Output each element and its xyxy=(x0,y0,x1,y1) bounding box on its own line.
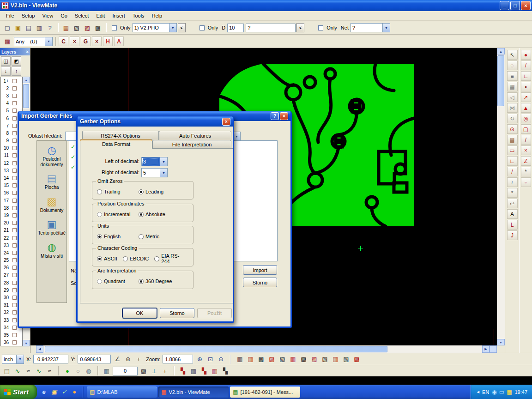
measure-icon[interactable]: ∠ xyxy=(112,354,122,364)
only-layer-checkbox[interactable] xyxy=(112,25,117,30)
tray-alert-icon[interactable]: ▦ xyxy=(507,389,512,395)
menu-item[interactable]: Select xyxy=(71,12,93,19)
corner-route-icon[interactable]: ∟ xyxy=(507,156,518,166)
folder-qlaunch-icon[interactable]: ▣ xyxy=(50,388,58,396)
layer-visibility-checkbox[interactable] xyxy=(12,101,17,105)
pad-pattern-icon-2[interactable]: ▦ xyxy=(188,366,199,376)
layer-row[interactable]: 4 xyxy=(1,100,22,107)
layer-down-icon[interactable]: ↓ xyxy=(1,66,11,76)
chevron-down-icon[interactable] xyxy=(160,169,167,177)
layer-visibility-checkbox[interactable] xyxy=(12,206,17,210)
dcode-query-input[interactable]: ? xyxy=(246,24,296,32)
group-mode-icon[interactable]: G xyxy=(81,36,91,46)
layer-visibility-checkbox[interactable] xyxy=(12,258,17,262)
anchor-mode-icon[interactable]: A xyxy=(114,36,124,46)
scroll-extra-button[interactable] xyxy=(490,345,497,353)
grid-icon-12[interactable]: ▩ xyxy=(351,354,362,364)
scroll-left-icon[interactable]: ◀ xyxy=(36,345,43,353)
anchor-icon-2[interactable]: + xyxy=(160,366,170,376)
scroll-up-icon[interactable]: ▲ xyxy=(23,77,30,83)
layer-visibility-checkbox[interactable] xyxy=(12,176,17,180)
radio-option[interactable]: Absolute xyxy=(139,212,165,217)
radio-option[interactable]: Leading xyxy=(139,189,163,194)
place-network[interactable]: ◍ Místa v síti xyxy=(37,242,66,259)
dcode-grid-icon-1[interactable]: ▦ xyxy=(61,23,71,33)
layer-visibility-checkbox[interactable] xyxy=(12,281,17,285)
layer-visibility-checkbox[interactable] xyxy=(12,340,17,345)
import-cancel-button[interactable]: Storno xyxy=(243,278,277,287)
j-hook-icon[interactable]: J xyxy=(507,230,518,240)
task-viewmate[interactable]: ▦ V2.bin - ViewMate xyxy=(158,387,229,398)
chevron-down-icon[interactable] xyxy=(45,37,52,46)
grid-icon-2[interactable]: ▦ xyxy=(245,354,255,364)
menu-item[interactable]: Tools xyxy=(129,12,148,19)
select-cursor-icon[interactable]: ↖ xyxy=(507,50,518,60)
layer-visibility-checkbox[interactable] xyxy=(12,161,17,165)
led-icon[interactable]: ● xyxy=(62,366,73,376)
minimize-button[interactable]: _ xyxy=(500,1,509,10)
layer-visibility-checkbox[interactable] xyxy=(12,191,17,195)
only-dcode-checkbox[interactable] xyxy=(200,25,205,30)
layer-prev-button[interactable]: < xyxy=(178,23,186,32)
place-desktop[interactable]: ▤ Plocha xyxy=(37,174,66,190)
language-indicator[interactable]: EN xyxy=(482,389,489,395)
grid-icon-11[interactable]: ▧ xyxy=(341,354,351,364)
target-aperture-icon[interactable]: ◎ xyxy=(521,114,531,123)
swap-mode-icon-2[interactable]: × xyxy=(92,36,102,46)
radio-option[interactable]: EIA RS-244 xyxy=(154,253,187,264)
dcode-count-field[interactable]: 0 xyxy=(113,367,138,375)
pad-pattern-icon-3[interactable]: ▚ xyxy=(199,366,209,376)
layer-visibility-checkbox[interactable] xyxy=(12,131,17,135)
layer-visibility-checkbox[interactable] xyxy=(12,199,17,203)
triangle-aperture-icon[interactable]: ▲ xyxy=(521,103,531,113)
bulb-icon[interactable]: ○ xyxy=(73,366,83,376)
ie-icon[interactable]: e xyxy=(40,388,48,396)
arrow-aperture-icon[interactable]: ↗ xyxy=(521,92,531,102)
trace-wave-icon-1[interactable]: ∿ xyxy=(12,366,23,376)
tab-data-format[interactable]: Data Format xyxy=(80,139,152,149)
chevron-down-icon[interactable] xyxy=(382,24,390,32)
grid-icon-8[interactable]: ▨ xyxy=(309,354,319,364)
hollow-square-icon[interactable]: ▢ xyxy=(521,124,531,134)
tray-sync-icon[interactable]: ◉ xyxy=(492,389,496,395)
layer-visibility-checkbox[interactable] xyxy=(12,169,17,173)
layer-combo[interactable]: 1) V2.PHO xyxy=(133,23,177,32)
layer-visibility-checkbox[interactable] xyxy=(12,221,17,225)
flip-tool-icon[interactable]: ◁ xyxy=(507,92,518,102)
scroll-thumb[interactable] xyxy=(45,346,387,352)
round-aperture-icon[interactable]: ● xyxy=(521,50,531,60)
layer-visibility-checkbox[interactable] xyxy=(12,213,17,218)
z-route-icon[interactable]: Z xyxy=(521,156,531,166)
new-file-icon[interactable]: ▢ xyxy=(2,23,12,33)
scroll-track[interactable] xyxy=(43,345,482,353)
scroll-down-icon[interactable]: ▼ xyxy=(23,340,30,346)
task-message[interactable]: ▤ [191-482-091] - Mess... xyxy=(230,387,300,398)
place-recent-documents[interactable]: ◷ Poslední dokumenty xyxy=(37,145,66,167)
menu-item[interactable]: Help xyxy=(148,12,166,19)
layer-visibility-checkbox[interactable] xyxy=(12,236,17,240)
pan-tool-icon[interactable]: ◌ xyxy=(507,60,518,70)
layer-visibility-checkbox[interactable] xyxy=(12,146,17,150)
line-aperture-icon[interactable]: / xyxy=(521,60,531,70)
grid-icon-10[interactable]: ▦ xyxy=(330,354,340,364)
scroll-up-icon[interactable]: ▲ xyxy=(497,48,505,54)
layer-visibility-checkbox[interactable] xyxy=(12,296,17,300)
context-help-icon[interactable]: ? xyxy=(45,23,55,33)
grid-icon-1[interactable]: ▦ xyxy=(235,354,245,364)
layer-visibility-checkbox[interactable] xyxy=(12,86,17,91)
grid-icon-5[interactable]: ▧ xyxy=(277,354,287,364)
canvas-horizontal-scrollbar[interactable]: ◀ ▶ xyxy=(36,345,497,353)
thin-line-icon[interactable]: / xyxy=(521,135,531,145)
pad-tool-icon[interactable]: ⊙ xyxy=(507,124,518,134)
probe-icon[interactable]: ◍ xyxy=(84,366,94,376)
polyline-icon[interactable]: ≀ xyxy=(507,177,518,187)
layer-row[interactable]: 1+ xyxy=(1,77,22,85)
place-my-computer[interactable]: ▣ Tento počítač xyxy=(37,219,66,236)
tray-keyboard-icon[interactable]: ▭ xyxy=(499,389,504,395)
gerber-cancel-button[interactable]: Storno xyxy=(160,308,194,318)
tab-file-interpretation[interactable]: File Interpretation xyxy=(152,140,231,148)
frame-tool-icon[interactable]: ▭ xyxy=(507,145,518,155)
radio-option[interactable]: EBCDIC xyxy=(123,256,149,261)
filled-rect-icon[interactable]: ▦ xyxy=(507,82,518,91)
right-decimal-combo[interactable]: 5 xyxy=(141,168,168,177)
